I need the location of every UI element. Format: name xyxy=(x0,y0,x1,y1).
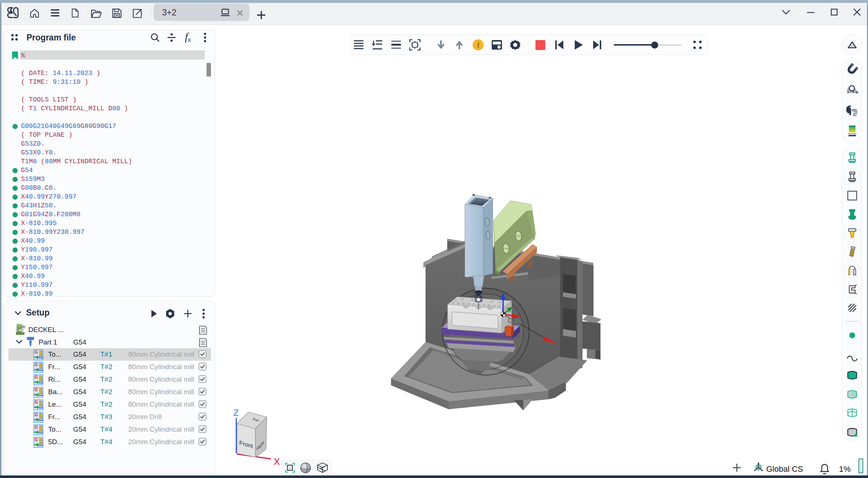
svg-text:Z: Z xyxy=(233,408,239,418)
svg-text:G: G xyxy=(35,400,38,405)
svg-text:G: G xyxy=(35,375,38,380)
svg-text:G: G xyxy=(35,350,38,355)
svg-text:G: G xyxy=(35,387,38,392)
svg-text:G: G xyxy=(35,437,38,442)
svg-text:G: G xyxy=(35,425,38,430)
svg-text:G: G xyxy=(35,362,38,367)
svg-text:G: G xyxy=(35,412,38,417)
svg-text:G54: G54 xyxy=(507,317,521,326)
svg-text:X: X xyxy=(274,456,280,467)
